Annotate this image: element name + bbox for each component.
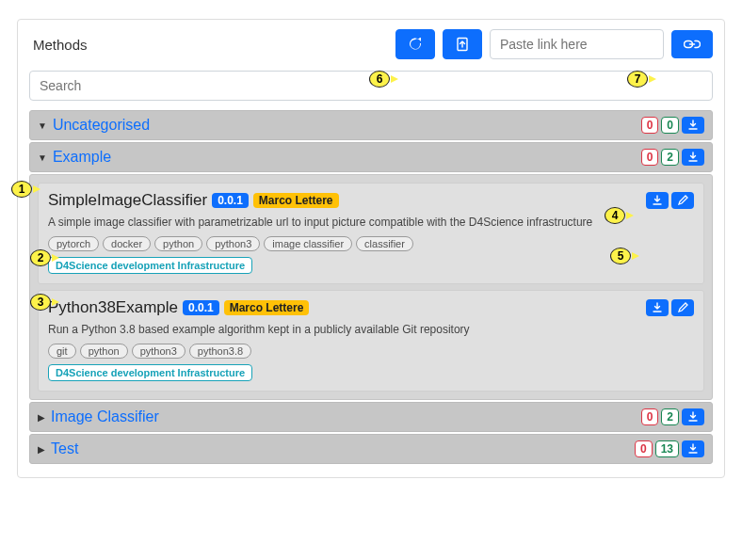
caret-right-icon[interactable]: ▶ bbox=[38, 412, 45, 423]
method-name: SimpleImageClassifier bbox=[48, 191, 207, 210]
method-tags: pytorch docker python python3 image clas… bbox=[48, 236, 694, 251]
category-name[interactable]: Image Classifier bbox=[51, 408, 159, 425]
tag: classifier bbox=[356, 236, 413, 251]
tag: python3 bbox=[132, 344, 186, 359]
download-button[interactable] bbox=[682, 149, 704, 166]
refresh-icon bbox=[408, 37, 423, 52]
download-button[interactable] bbox=[682, 408, 704, 425]
edit-icon bbox=[677, 302, 688, 313]
count-badge-red: 0 bbox=[641, 408, 659, 425]
download-icon bbox=[687, 152, 699, 163]
download-button[interactable] bbox=[682, 117, 704, 134]
paste-link-input[interactable] bbox=[490, 29, 664, 59]
method-download-button[interactable] bbox=[646, 299, 669, 316]
tag: python3 bbox=[206, 236, 260, 251]
method-download-button[interactable] bbox=[646, 192, 669, 209]
tag: python bbox=[154, 236, 202, 251]
annotation-marker: 2 bbox=[30, 249, 51, 266]
panel-header: Methods bbox=[18, 20, 724, 67]
count-badge-red: 0 bbox=[641, 117, 659, 134]
refresh-button[interactable] bbox=[395, 29, 435, 59]
count-badge-green: 13 bbox=[655, 440, 679, 457]
method-name: Python38Example bbox=[48, 298, 178, 317]
download-icon bbox=[652, 195, 663, 206]
download-icon bbox=[687, 443, 699, 455]
annotation-marker: 5 bbox=[610, 248, 631, 264]
download-button[interactable] bbox=[682, 440, 704, 457]
tag: docker bbox=[103, 236, 151, 251]
method-card: Python38Example 0.0.1 Marco Lettere bbox=[38, 290, 704, 392]
annotation-marker: 4 bbox=[605, 207, 625, 224]
category-row-example[interactable]: ▼ Example 0 2 bbox=[29, 142, 713, 172]
panel-title: Methods bbox=[29, 37, 88, 53]
category-row-image-classifier[interactable]: ▶ Image Classifier 0 2 bbox=[29, 402, 713, 432]
download-icon bbox=[687, 411, 699, 423]
annotation-marker: 1 bbox=[11, 181, 32, 198]
category-name[interactable]: Uncategorised bbox=[53, 117, 150, 134]
tag: python3.8 bbox=[189, 344, 251, 359]
method-card: SimpleImageClassifier 0.0.1 Marco Letter… bbox=[38, 183, 704, 284]
count-badge-green: 2 bbox=[661, 149, 679, 166]
tag: python bbox=[80, 344, 128, 359]
annotation-marker: 6 bbox=[369, 71, 390, 88]
category-row-uncategorised[interactable]: ▼ Uncategorised 0 0 bbox=[29, 110, 713, 140]
infrastructure-badge: D4Science development Infrastructure bbox=[48, 364, 252, 381]
method-edit-button[interactable] bbox=[671, 192, 694, 209]
methods-list: ▼ Uncategorised 0 0 ▼ Example 0 2 bbox=[29, 110, 713, 464]
author-badge: Marco Lettere bbox=[224, 300, 310, 315]
annotation-marker: 3 bbox=[30, 294, 51, 311]
download-icon bbox=[687, 120, 699, 131]
category-row-test[interactable]: ▶ Test 0 13 bbox=[29, 434, 713, 464]
category-name[interactable]: Example bbox=[53, 149, 111, 166]
method-tags: git python python3 python3.8 bbox=[48, 344, 694, 359]
count-badge-red: 0 bbox=[641, 149, 659, 166]
tag: image classifier bbox=[264, 236, 352, 251]
caret-right-icon[interactable]: ▶ bbox=[38, 444, 45, 455]
version-badge: 0.0.1 bbox=[183, 300, 219, 315]
download-icon bbox=[652, 302, 663, 313]
tag: git bbox=[48, 344, 76, 359]
tag: pytorch bbox=[48, 236, 99, 251]
version-badge: 0.0.1 bbox=[212, 193, 249, 208]
file-upload-icon bbox=[455, 37, 470, 52]
method-description: Run a Python 3.8 based example algorithm… bbox=[48, 323, 694, 336]
category-name[interactable]: Test bbox=[51, 440, 78, 457]
edit-icon bbox=[677, 195, 688, 206]
annotation-marker: 7 bbox=[627, 71, 648, 88]
upload-button[interactable] bbox=[443, 29, 482, 59]
link-icon bbox=[684, 38, 701, 51]
count-badge-green: 2 bbox=[661, 408, 679, 425]
author-badge: Marco Lettere bbox=[253, 193, 339, 208]
method-edit-button[interactable] bbox=[671, 299, 694, 316]
caret-down-icon[interactable]: ▼ bbox=[38, 152, 47, 163]
method-description: A simple image classifier with parametri… bbox=[48, 216, 694, 229]
link-submit-button[interactable] bbox=[671, 30, 713, 58]
count-badge-green: 0 bbox=[661, 117, 679, 134]
infrastructure-badge: D4Science development Infrastructure bbox=[48, 257, 252, 274]
count-badge-red: 0 bbox=[635, 440, 653, 457]
caret-down-icon[interactable]: ▼ bbox=[38, 120, 47, 131]
